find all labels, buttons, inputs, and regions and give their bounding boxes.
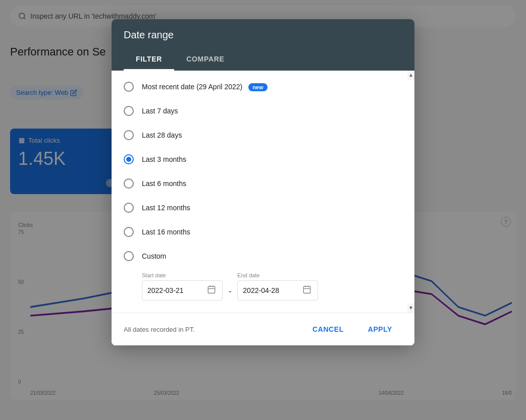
date-separator: - (229, 287, 231, 296)
start-calendar-icon[interactable] (207, 285, 216, 296)
dialog-body[interactable]: Most recent date (29 April 2022) new Las… (112, 71, 414, 313)
radio-last-7-days[interactable] (124, 106, 134, 116)
end-date-wrapper[interactable] (237, 280, 318, 301)
option-last-16-months-label: Last 16 months (142, 228, 190, 236)
footer-note: All dates recorded in PT. (124, 326, 195, 333)
radio-last-16-months[interactable] (124, 227, 134, 237)
svg-marker-15 (409, 307, 412, 310)
option-last-28-days-label: Last 28 days (142, 131, 182, 139)
option-custom-label: Custom (142, 252, 166, 260)
option-last-12-months[interactable]: Last 12 months (112, 196, 414, 220)
radio-custom[interactable] (124, 251, 134, 261)
end-date-field: End date (237, 272, 318, 301)
dialog-header: Date range FILTER COMPARE (112, 19, 414, 71)
start-date-field: Start date (142, 272, 223, 301)
dialog-footer: All dates recorded in PT. CANCEL APPLY (112, 313, 414, 345)
option-last-6-months[interactable]: Last 6 months (112, 171, 414, 196)
option-last-12-months-label: Last 12 months (142, 204, 190, 212)
svg-marker-14 (409, 74, 412, 77)
option-last-3-months-label: Last 3 months (142, 155, 186, 163)
svg-rect-10 (304, 286, 311, 293)
option-custom[interactable]: Custom (112, 244, 414, 268)
cancel-button[interactable]: CANCEL (302, 321, 354, 337)
radio-most-recent[interactable] (124, 82, 134, 92)
tab-filter[interactable]: FILTER (124, 49, 174, 71)
end-date-input[interactable] (243, 286, 298, 294)
scrollbar-arrow-down[interactable] (407, 304, 414, 313)
option-last-7-days[interactable]: Last 7 days (112, 99, 414, 123)
option-last-16-months[interactable]: Last 16 months (112, 220, 414, 244)
option-last-3-months[interactable]: Last 3 months (112, 147, 414, 171)
modal-overlay: Date range FILTER COMPARE Most recent da… (0, 0, 526, 420)
tab-compare[interactable]: COMPARE (174, 49, 236, 71)
option-last-28-days[interactable]: Last 28 days (112, 123, 414, 147)
date-range-dialog: Date range FILTER COMPARE Most recent da… (112, 19, 414, 345)
start-date-wrapper[interactable] (142, 280, 223, 301)
scrollbar-arrow-up[interactable] (407, 71, 414, 80)
dialog-tabs: FILTER COMPARE (124, 49, 402, 71)
svg-rect-6 (208, 286, 215, 293)
start-date-label: Start date (142, 272, 223, 278)
apply-button[interactable]: APPLY (358, 321, 402, 337)
footer-actions: CANCEL APPLY (302, 321, 402, 337)
radio-last-12-months[interactable] (124, 203, 134, 213)
end-date-label: End date (237, 272, 318, 278)
end-calendar-icon[interactable] (302, 285, 311, 296)
option-last-6-months-label: Last 6 months (142, 179, 186, 188)
option-last-7-days-label: Last 7 days (142, 107, 178, 115)
option-most-recent-label: Most recent date (29 April 2022) new (142, 83, 268, 91)
radio-last-3-months[interactable] (124, 154, 134, 164)
option-most-recent[interactable]: Most recent date (29 April 2022) new (112, 75, 414, 99)
radio-last-28-days[interactable] (124, 130, 134, 140)
start-date-input[interactable] (147, 286, 203, 294)
dialog-title: Date range (124, 29, 402, 41)
custom-date-fields: Start date - End date (112, 268, 414, 309)
radio-last-6-months[interactable] (124, 178, 134, 189)
new-badge: new (248, 83, 267, 91)
